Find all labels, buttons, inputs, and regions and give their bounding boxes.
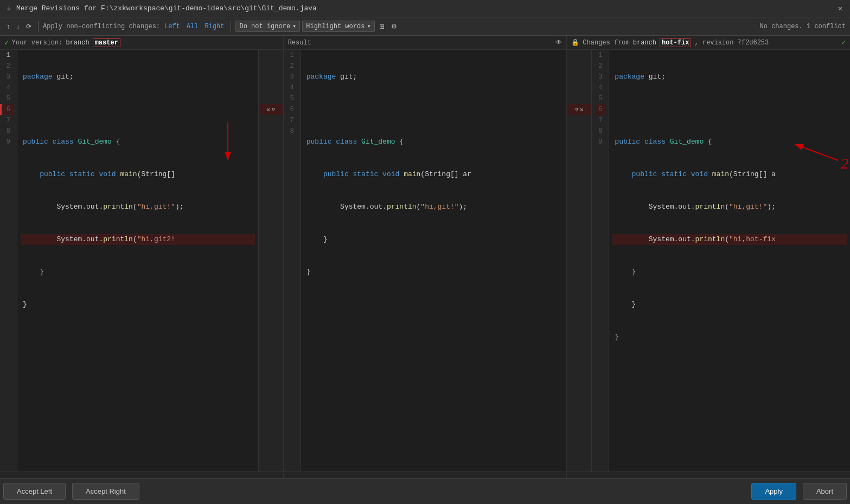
center-code-line-5: System.out.println("hi,git!"); bbox=[304, 202, 564, 212]
center-code-area[interactable]: package git; public class Git_demo { pub… bbox=[301, 50, 567, 471]
branch-name-right: hot-fix bbox=[660, 38, 691, 47]
left-code-line-6: System.out.println("hi,git2! bbox=[21, 234, 255, 245]
window-title: Merge Revisions for F:\zxkworkspace\git-… bbox=[16, 4, 317, 12]
changes-from-label: Changes from bbox=[583, 39, 629, 47]
center-line-num-5: 5 bbox=[287, 93, 297, 104]
right-scrollbar[interactable] bbox=[567, 471, 850, 478]
line-num-5: 5 bbox=[3, 93, 14, 104]
apply-left-link[interactable]: Left bbox=[162, 22, 182, 31]
r-gutter-empty-9 bbox=[567, 137, 591, 147]
check-icon-left: ✓ bbox=[4, 38, 9, 47]
result-label: Result bbox=[288, 39, 311, 47]
center-line-num-2: 2 bbox=[287, 61, 297, 72]
r-gutter-empty-2 bbox=[567, 61, 591, 72]
center-panel: Result 👁 1 2 3 4 5 6 7 8 package git; p bbox=[284, 36, 567, 478]
right-line-num-3: 3 bbox=[595, 72, 605, 82]
line-num-8: 8 bbox=[3, 126, 14, 137]
center-line-num-4: 4 bbox=[287, 82, 297, 93]
bottom-spacer bbox=[143, 479, 749, 504]
branch-label-left: branch bbox=[66, 39, 89, 47]
apply-button[interactable]: Apply bbox=[751, 483, 796, 500]
columns-button[interactable]: ⊞ bbox=[377, 22, 387, 31]
right-code-line-7: } bbox=[612, 267, 847, 277]
right-line-num-6: 6 bbox=[595, 104, 605, 115]
scroll-up-button[interactable]: ↑ bbox=[4, 22, 12, 31]
left-code-line-1: package git; bbox=[21, 72, 255, 82]
gutter-conflict-row-left: ✕ » bbox=[259, 104, 283, 115]
ignore-dropdown[interactable]: Do not ignore ▾ bbox=[235, 21, 300, 32]
center-code-line-7: } bbox=[304, 267, 564, 277]
gutter-empty-4 bbox=[259, 82, 283, 93]
accept-left-button[interactable]: Accept Left bbox=[3, 483, 66, 500]
center-editor-content: 1 2 3 4 5 6 7 8 package git; public clas… bbox=[284, 50, 567, 471]
left-panel-header: ✓ Your version: branch master bbox=[0, 36, 283, 50]
left-scrollbar[interactable] bbox=[0, 471, 283, 478]
app-icon: ☕ bbox=[4, 4, 13, 13]
gutter-conflict-row-right: « ✕ bbox=[567, 104, 591, 115]
separator-1 bbox=[38, 21, 39, 32]
eye-icon[interactable]: 👁 bbox=[555, 38, 562, 47]
left-code-line-5: System.out.println("hi,git!"); bbox=[21, 202, 255, 212]
lock-icon: 🔒 bbox=[571, 38, 579, 47]
left-code-line-3: public class Git_demo { bbox=[21, 137, 255, 147]
right-line-num-8: 8 bbox=[595, 126, 605, 137]
center-code-line-6: } bbox=[304, 234, 564, 245]
gutter-empty-5 bbox=[259, 93, 283, 104]
scroll-down-button[interactable]: ↓ bbox=[14, 22, 22, 31]
chevron-down-icon: ▾ bbox=[292, 22, 296, 30]
abort-button[interactable]: Abort bbox=[803, 483, 847, 500]
right-code-area[interactable]: package git; public class Git_demo { pub… bbox=[609, 50, 850, 471]
center-code-line-3: public class Git_demo { bbox=[304, 137, 564, 147]
r-gutter-empty-4 bbox=[567, 82, 591, 93]
r-gutter-empty-7 bbox=[567, 115, 591, 126]
refresh-button[interactable]: ⟳ bbox=[24, 22, 34, 31]
apply-right-link[interactable]: Right bbox=[202, 22, 226, 31]
line-num-6: 6 bbox=[3, 104, 14, 115]
right-line-num-1: 1 bbox=[595, 50, 605, 61]
gutter-empty-3 bbox=[259, 72, 283, 82]
gear-icon: ⚙ bbox=[391, 23, 397, 30]
toolbar: ↑ ↓ ⟳ Apply non-conflicting changes: Lef… bbox=[0, 17, 850, 36]
center-line-num-8: 8 bbox=[287, 126, 297, 137]
center-code-line-2 bbox=[304, 104, 564, 115]
line-num-2: 2 bbox=[3, 61, 14, 72]
line-num-4: 4 bbox=[3, 82, 14, 93]
right-gutter: « ✕ bbox=[567, 50, 592, 471]
right-line-num-9: 9 bbox=[595, 137, 605, 147]
close-button[interactable]: ✕ bbox=[835, 3, 846, 14]
line-num-1: 1 bbox=[3, 50, 14, 61]
center-scrollbar[interactable] bbox=[284, 471, 567, 478]
left-line-numbers: 1 2 3 4 5 6 7 8 9 bbox=[0, 50, 17, 471]
conflict-indicator-left bbox=[0, 104, 2, 115]
right-code-line-5: System.out.println("hi,git!"); bbox=[612, 202, 847, 212]
down-arrow-icon: ↓ bbox=[16, 23, 20, 30]
columns-icon: ⊞ bbox=[379, 23, 385, 30]
revision-label: , revision 7f2d6253 bbox=[694, 39, 769, 47]
gutter-empty-7 bbox=[259, 115, 283, 126]
settings-button[interactable]: ⚙ bbox=[389, 22, 399, 31]
apply-non-conflicting-label: Apply non-conflicting changes: bbox=[43, 23, 160, 30]
left-code-line-9 bbox=[21, 332, 255, 343]
right-editor-content: « ✕ 1 2 3 4 5 6 7 8 9 bbox=[567, 50, 850, 471]
status-text: No changes. 1 conflict bbox=[760, 23, 846, 30]
apply-all-link[interactable]: All bbox=[184, 22, 201, 31]
left-gutter: ✕ » bbox=[258, 50, 283, 471]
center-line-num-1: 1 bbox=[287, 50, 297, 61]
accept-right-button[interactable]: Accept Right bbox=[72, 483, 139, 500]
accept-left-btn[interactable]: » bbox=[271, 106, 275, 113]
reject-left-btn[interactable]: ✕ bbox=[266, 106, 270, 114]
chevron-down-icon-2: ▾ bbox=[367, 22, 370, 30]
right-code-line-3: public class Git_demo { bbox=[612, 137, 847, 147]
gutter-empty-8 bbox=[259, 126, 283, 137]
left-code-line-4: public static void main(String[] bbox=[21, 169, 255, 180]
accept-right-btn[interactable]: « bbox=[575, 106, 579, 113]
center-line-num-7: 7 bbox=[287, 115, 297, 126]
left-code-line-2 bbox=[21, 104, 255, 115]
right-line-num-4: 4 bbox=[595, 82, 605, 93]
gutter-empty-2 bbox=[259, 61, 283, 72]
highlight-dropdown[interactable]: Highlight words ▾ bbox=[302, 21, 374, 32]
left-code-area[interactable]: package git; public class Git_demo { pub… bbox=[17, 50, 258, 471]
highlight-label: Highlight words bbox=[306, 23, 365, 30]
reject-right-btn[interactable]: ✕ bbox=[580, 106, 584, 114]
right-code-line-9: } bbox=[612, 332, 847, 343]
